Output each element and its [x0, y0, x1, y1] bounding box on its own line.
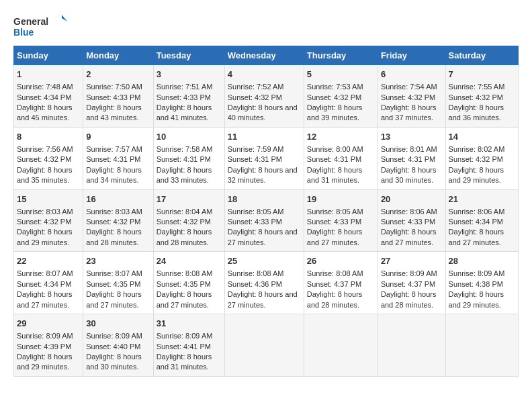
daylight-hours: Daylight: 8 hours and 35 minutes.: [17, 166, 73, 184]
calendar-cell: 29Sunrise: 8:09 AMSunset: 4:39 PMDayligh…: [14, 314, 83, 377]
daylight-hours: Daylight: 8 hours and 27 minutes.: [86, 290, 142, 308]
day-number: 15: [17, 193, 80, 205]
daylight-hours: Daylight: 8 hours and 29 minutes.: [17, 228, 73, 246]
sunset-time: Sunset: 4:37 PM: [381, 280, 435, 288]
column-header-saturday: Saturday: [445, 46, 518, 65]
sunset-time: Sunset: 4:34 PM: [449, 218, 503, 226]
day-number: 19: [307, 193, 375, 205]
day-number: 16: [86, 193, 150, 205]
sunrise-time: Sunrise: 8:03 AM: [86, 208, 142, 216]
sunset-time: Sunset: 4:32 PM: [449, 93, 503, 101]
day-number: 6: [381, 68, 443, 81]
logo-icon: General Blue: [13, 13, 67, 40]
daylight-hours: Daylight: 8 hours and 29 minutes.: [449, 290, 504, 308]
sunrise-time: Sunrise: 7:59 AM: [228, 145, 284, 153]
week-row-5: 29Sunrise: 8:09 AMSunset: 4:39 PMDayligh…: [14, 314, 519, 377]
daylight-hours: Daylight: 8 hours and 31 minutes.: [307, 166, 363, 184]
calendar-cell: [224, 314, 304, 377]
svg-text:General: General: [13, 16, 48, 27]
day-number: 2: [86, 68, 150, 81]
calendar-cell: 2Sunrise: 7:50 AMSunset: 4:33 PMDaylight…: [83, 65, 153, 128]
day-number: 30: [86, 318, 150, 330]
sunset-time: Sunset: 4:32 PM: [449, 155, 503, 163]
calendar-cell: 6Sunrise: 7:54 AMSunset: 4:32 PMDaylight…: [378, 65, 445, 128]
sunset-time: Sunset: 4:39 PM: [17, 342, 71, 351]
calendar-cell: 15Sunrise: 8:03 AMSunset: 4:32 PMDayligh…: [14, 189, 83, 252]
sunrise-time: Sunrise: 8:06 AM: [381, 208, 437, 216]
sunrise-time: Sunrise: 7:54 AM: [381, 83, 437, 91]
calendar-cell: 31Sunrise: 8:09 AMSunset: 4:41 PMDayligh…: [153, 314, 224, 377]
daylight-hours: Daylight: 8 hours and 27 minutes.: [157, 290, 212, 308]
daylight-hours: Daylight: 8 hours and 27 minutes.: [381, 228, 437, 246]
sunrise-time: Sunrise: 8:01 AM: [381, 145, 437, 153]
sunrise-time: Sunrise: 7:53 AM: [307, 83, 363, 91]
sunset-time: Sunset: 4:32 PM: [307, 93, 361, 101]
logo: General Blue: [13, 13, 67, 40]
sunrise-time: Sunrise: 8:02 AM: [449, 145, 505, 153]
daylight-hours: Daylight: 8 hours and 40 minutes.: [228, 103, 298, 122]
sunset-time: Sunset: 4:32 PM: [381, 93, 435, 101]
calendar-cell: 23Sunrise: 8:07 AMSunset: 4:35 PMDayligh…: [83, 252, 153, 314]
sunrise-time: Sunrise: 7:57 AM: [86, 145, 142, 153]
page-header: General Blue: [13, 13, 519, 40]
sunrise-time: Sunrise: 8:07 AM: [17, 269, 73, 277]
calendar-cell: 16Sunrise: 8:03 AMSunset: 4:32 PMDayligh…: [83, 189, 153, 252]
day-number: 5: [307, 68, 375, 81]
calendar-cell: 9Sunrise: 7:57 AMSunset: 4:31 PMDaylight…: [83, 127, 153, 189]
day-number: 26: [307, 255, 375, 267]
sunrise-time: Sunrise: 7:56 AM: [17, 145, 73, 153]
daylight-hours: Daylight: 8 hours and 27 minutes.: [449, 228, 504, 246]
sunrise-time: Sunrise: 7:51 AM: [157, 83, 213, 91]
sunset-time: Sunset: 4:33 PM: [228, 218, 282, 226]
daylight-hours: Daylight: 8 hours and 29 minutes.: [449, 166, 504, 184]
daylight-hours: Daylight: 8 hours and 37 minutes.: [381, 103, 437, 122]
day-number: 1: [17, 68, 80, 81]
daylight-hours: Daylight: 8 hours and 33 minutes.: [157, 166, 212, 184]
header-row: SundayMondayTuesdayWednesdayThursdayFrid…: [14, 46, 519, 65]
daylight-hours: Daylight: 8 hours and 28 minutes.: [157, 228, 212, 246]
calendar-cell: 5Sunrise: 7:53 AMSunset: 4:32 PMDaylight…: [304, 65, 378, 128]
day-number: 18: [228, 193, 301, 205]
calendar-cell: 26Sunrise: 8:08 AMSunset: 4:37 PMDayligh…: [304, 252, 378, 314]
daylight-hours: Daylight: 8 hours and 27 minutes.: [228, 228, 298, 246]
sunset-time: Sunset: 4:31 PM: [157, 155, 211, 163]
sunrise-time: Sunrise: 7:48 AM: [17, 83, 73, 91]
sunset-time: Sunset: 4:35 PM: [86, 280, 140, 288]
daylight-hours: Daylight: 8 hours and 28 minutes.: [86, 228, 142, 246]
day-number: 10: [157, 131, 222, 143]
calendar-cell: 19Sunrise: 8:05 AMSunset: 4:33 PMDayligh…: [304, 189, 378, 252]
week-row-2: 8Sunrise: 7:56 AMSunset: 4:32 PMDaylight…: [14, 127, 519, 189]
calendar-cell: 1Sunrise: 7:48 AMSunset: 4:34 PMDaylight…: [14, 65, 83, 128]
sunrise-time: Sunrise: 7:58 AM: [157, 145, 213, 153]
calendar-cell: 3Sunrise: 7:51 AMSunset: 4:33 PMDaylight…: [153, 65, 224, 128]
sunset-time: Sunset: 4:40 PM: [86, 342, 140, 351]
daylight-hours: Daylight: 8 hours and 27 minutes.: [228, 290, 298, 308]
calendar-cell: 30Sunrise: 8:09 AMSunset: 4:40 PMDayligh…: [83, 314, 153, 377]
sunrise-time: Sunrise: 7:55 AM: [449, 83, 505, 91]
sunrise-time: Sunrise: 7:52 AM: [228, 83, 284, 91]
day-number: 9: [86, 131, 150, 143]
sunset-time: Sunset: 4:32 PM: [86, 218, 140, 226]
sunset-time: Sunset: 4:41 PM: [157, 342, 211, 351]
column-header-monday: Monday: [83, 46, 153, 65]
sunset-time: Sunset: 4:32 PM: [157, 218, 211, 226]
daylight-hours: Daylight: 8 hours and 36 minutes.: [449, 103, 504, 122]
day-number: 31: [157, 318, 222, 330]
sunrise-time: Sunrise: 8:09 AM: [86, 332, 142, 340]
daylight-hours: Daylight: 8 hours and 41 minutes.: [157, 103, 212, 122]
daylight-hours: Daylight: 8 hours and 43 minutes.: [86, 103, 142, 122]
sunset-time: Sunset: 4:33 PM: [307, 218, 361, 226]
sunrise-time: Sunrise: 8:09 AM: [381, 269, 437, 277]
calendar-cell: 14Sunrise: 8:02 AMSunset: 4:32 PMDayligh…: [445, 127, 518, 189]
daylight-hours: Daylight: 8 hours and 27 minutes.: [307, 228, 363, 246]
daylight-hours: Daylight: 8 hours and 39 minutes.: [307, 103, 363, 122]
sunset-time: Sunset: 4:32 PM: [228, 93, 282, 101]
day-number: 17: [157, 193, 222, 205]
svg-text:Blue: Blue: [13, 27, 34, 38]
day-number: 7: [449, 68, 515, 81]
daylight-hours: Daylight: 8 hours and 28 minutes.: [307, 290, 363, 308]
day-number: 13: [381, 131, 443, 143]
sunrise-time: Sunrise: 8:08 AM: [307, 269, 363, 277]
day-number: 28: [449, 255, 515, 267]
sunset-time: Sunset: 4:33 PM: [157, 93, 211, 101]
